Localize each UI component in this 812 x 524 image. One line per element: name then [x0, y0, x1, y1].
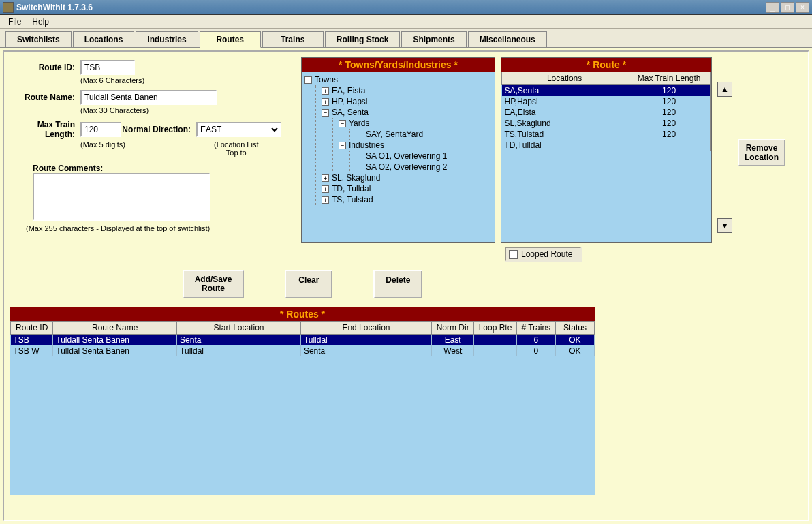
expand-icon[interactable]: +	[322, 87, 329, 95]
tab-miscellaneous[interactable]: Miscellaneous	[468, 31, 547, 47]
maximize-button[interactable]: □	[781, 2, 794, 13]
route-id-input[interactable]	[80, 60, 135, 75]
tree-td[interactable]: TD, Tulldal	[332, 184, 371, 194]
expand-icon[interactable]: +	[322, 98, 329, 106]
add-save-route-button[interactable]: Add/SaveRoute	[183, 270, 245, 298]
expand-icon[interactable]: −	[304, 76, 312, 84]
tree-panel-title: * Towns/Yards/Industries *	[302, 58, 495, 72]
col-norm-dir[interactable]: Norm Dir	[432, 322, 474, 335]
towns-yards-industries-panel: * Towns/Yards/Industries * −Towns +EA, E…	[301, 57, 495, 243]
tab-industries[interactable]: Industries	[136, 31, 198, 47]
max-train-hint: (Max 5 digits)	[80, 140, 125, 157]
scroll-up-button[interactable]: ▲	[717, 82, 732, 97]
route-name-hint: (Max 30 Characters)	[80, 106, 293, 114]
tree-industries[interactable]: Industries	[349, 140, 384, 150]
tree-sao2[interactable]: SA O2, Overlevering 2	[366, 162, 447, 172]
tree-sa[interactable]: SA, Senta	[332, 108, 369, 117]
route-name-input[interactable]	[80, 90, 217, 105]
col-trains[interactable]: # Trains	[516, 322, 555, 335]
tree-sl[interactable]: SL, Skaglund	[332, 173, 380, 183]
expand-icon[interactable]: −	[339, 142, 346, 149]
expand-icon[interactable]: +	[322, 185, 329, 193]
tab-routes[interactable]: Routes	[200, 31, 261, 48]
tab-switchlists[interactable]: Switchlists	[5, 31, 72, 47]
route-panel-title: * Route *	[501, 58, 711, 72]
minimize-button[interactable]: _	[766, 2, 779, 13]
route-comments-label: Route Comments:	[33, 164, 293, 173]
route-name-label: Route Name:	[12, 93, 80, 102]
tree-yards[interactable]: Yards	[349, 119, 369, 128]
route-row[interactable]: SA,Senta120	[502, 85, 711, 97]
routes-row[interactable]: TSB WTulldal Senta BanenTulldalSentaWest…	[11, 345, 595, 356]
route-table: Locations Max Train Length SA,Senta120HP…	[501, 72, 711, 151]
tabs: Switchlists Locations Industries Routes …	[0, 29, 812, 48]
normal-dir-hint: (Location ListTop to	[214, 140, 258, 157]
max-train-input[interactable]	[80, 122, 121, 137]
normal-dir-label: Normal Direction:	[121, 125, 196, 134]
col-route-id[interactable]: Route ID	[11, 322, 53, 335]
route-panel: * Route * Locations Max Train Length SA,…	[501, 57, 712, 243]
col-status[interactable]: Status	[555, 322, 594, 335]
tree-ts[interactable]: TS, Tulstad	[332, 195, 373, 204]
menubar: File Help	[0, 15, 812, 29]
routes-table: Route ID Route Name Start Location End L…	[10, 321, 595, 356]
routes-panel: * Routes * Route ID Route Name Start Loc…	[10, 307, 595, 495]
tab-rolling-stock[interactable]: Rolling Stock	[325, 31, 401, 47]
max-train-label: Max TrainLength:	[12, 120, 80, 139]
route-id-label: Route ID:	[12, 63, 80, 72]
col-end-location[interactable]: End Location	[300, 322, 431, 335]
tree-root[interactable]: Towns	[315, 75, 338, 84]
menu-file[interactable]: File	[3, 16, 27, 28]
route-row[interactable]: HP,Hapsi120	[502, 96, 711, 107]
col-locations[interactable]: Locations	[502, 72, 627, 85]
close-button[interactable]: ×	[796, 2, 809, 13]
titlebar: SwitchWithIt 1.7.3.6 _ □ ×	[0, 0, 812, 15]
window-title: SwitchWithIt 1.7.3.6	[16, 3, 766, 12]
expand-icon[interactable]: −	[322, 109, 329, 117]
route-comments-input[interactable]	[33, 173, 210, 221]
col-max-len[interactable]: Max Train Length	[627, 72, 711, 85]
tab-shipments[interactable]: Shipments	[401, 31, 466, 47]
route-row[interactable]: TS,Tulstad120	[502, 129, 711, 140]
route-row[interactable]: EA,Eista120	[502, 107, 711, 118]
expand-icon[interactable]: −	[339, 120, 346, 127]
route-row[interactable]: TD,Tulldal	[502, 140, 711, 151]
normal-dir-select[interactable]: EAST	[196, 122, 281, 137]
routes-row[interactable]: TSBTuldall Senta BanenSentaTulldalEast6O…	[11, 335, 595, 346]
tab-trains[interactable]: Trains	[262, 31, 324, 47]
tab-locations[interactable]: Locations	[73, 31, 135, 47]
remove-location-button[interactable]: Remove Location	[738, 139, 785, 166]
looped-route-container: Looped Route	[505, 247, 582, 262]
col-loop-rte[interactable]: Loop Rte	[474, 322, 516, 335]
routes-panel-title: * Routes *	[10, 307, 595, 321]
app-icon	[3, 2, 14, 13]
tree-ea[interactable]: EA, Eista	[332, 86, 365, 95]
clear-button[interactable]: Clear	[285, 270, 332, 298]
tree-hp[interactable]: HP, Hapsi	[332, 97, 367, 106]
looped-route-checkbox[interactable]	[509, 250, 518, 259]
expand-icon[interactable]: +	[322, 196, 329, 204]
route-id-hint: (Max 6 Characters)	[80, 76, 293, 84]
route-comments-hint: (Max 255 characters - Displayed at the t…	[26, 224, 293, 232]
scroll-down-button[interactable]: ▼	[717, 218, 732, 233]
menu-help[interactable]: Help	[27, 16, 54, 28]
col-start-location[interactable]: Start Location	[177, 322, 301, 335]
col-route-name[interactable]: Route Name	[53, 322, 177, 335]
delete-button[interactable]: Delete	[373, 270, 422, 298]
expand-icon[interactable]: +	[322, 174, 329, 182]
route-row[interactable]: SL,Skaglund120	[502, 118, 711, 129]
tree-say[interactable]: SAY, SentaYard	[366, 129, 423, 139]
tree-sao1[interactable]: SA O1, Overlevering 1	[366, 151, 447, 161]
looped-route-label: Looped Route	[521, 249, 572, 259]
